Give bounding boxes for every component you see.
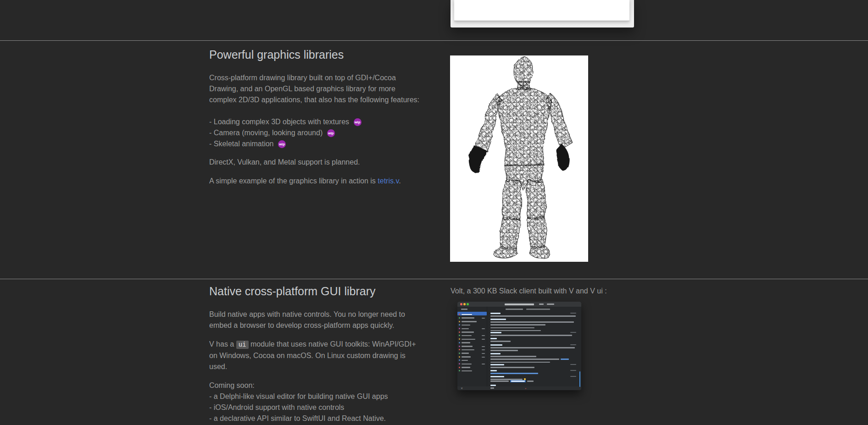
volt-ui-bar [462,353,469,354]
wip-badge: wip [278,140,286,148]
volt-ui-bar [524,378,526,380]
volt-ui-bar [482,357,485,358]
graphics-intro-paragraph: Cross-platform drawing library built on … [209,72,421,105]
gui-section-title: Native cross-platform GUI library [209,284,421,298]
volt-ui-bar [462,367,470,368]
coming-soon-item: - a Delphi-like visual editor for buildi… [209,392,388,400]
previous-screenshot-fragment [451,0,634,28]
volt-ui-bar [490,321,574,323]
graphics-section-title: Powerful graphics libraries [209,48,421,61]
volt-ui-bar [482,346,485,347]
section-divider-middle [0,279,868,279]
volt-ui-bar [459,370,460,371]
volt-ui-bar [570,364,576,365]
previous-screenshot-inner [454,0,629,21]
gui-p2: V has a ui module that uses native GUI t… [209,339,421,372]
coming-soon-item: - iOS/Android support with native contro… [209,403,344,411]
volt-ui-bar [490,373,538,374]
volt-ui-bar [490,338,497,339]
feature-text: - Camera (moving, looking around) [209,129,323,137]
volt-ui-bar [459,324,460,326]
volt-ui-bar [462,364,472,365]
ui-code-span: ui [236,341,249,349]
volt-ui-bar [539,304,544,305]
feature-item-textures: - Loading complex 3D objects with textur… [209,116,421,127]
volt-ui-bar [482,364,485,364]
volt-caption: Volt, a 300 KB Slack client built with V… [451,287,607,295]
page-root: Powerful graphics libraries Cross-platfo… [0,0,868,425]
volt-ui-bar [459,349,460,350]
volt-ui-bar [462,321,477,322]
volt-ui-bar [459,331,460,333]
volt-statusbar: ✕ ? + [457,386,581,390]
coming-soon-block: Coming soon: - a Delphi-like visual edit… [209,380,421,424]
graphics-demo-image [450,55,588,262]
section-divider-top [0,40,868,41]
volt-ui-bar [490,353,501,354]
close-icon [460,303,462,305]
wip-badge: wip [327,129,335,137]
volt-ui-bar [490,359,559,360]
volt-ui-bar [459,321,460,322]
volt-ui-bar [490,330,541,331]
volt-ui-bar [482,349,485,350]
volt-ui-bar [570,370,576,371]
volt-ui-bar [490,324,545,326]
graphics-example-paragraph: A simple example of the graphics library… [209,176,421,187]
gui-p2-prefix: V has a [209,340,236,348]
volt-ui-bar [490,376,504,377]
example-prefix: A simple example of the graphics library… [209,177,378,185]
graphics-feature-list: - Loading complex 3D objects with textur… [209,116,421,149]
volt-ui-bar [490,350,518,351]
gui-section-text: Native cross-platform GUI library Build … [209,284,421,424]
volt-ui-bar [459,328,460,329]
volt-ui-bar [490,364,504,365]
volt-ui-bar [561,359,569,360]
close-small-icon: ✕ [461,386,463,390]
gui-p1: Build native apps with native controls. … [209,309,421,331]
volt-ui-bar [462,349,474,351]
volt-ui-bar [547,304,554,305]
volt-ui-bar [490,347,575,348]
feature-item-camera: - Camera (moving, looking around) wip [209,127,421,138]
volt-ui-bar [490,332,501,333]
volt-ui-bar [482,318,485,319]
coming-soon-item: - a declarative API similar to SwiftUI a… [209,414,386,422]
coming-soon-label: Coming soon: [209,381,255,389]
volt-ui-bar [462,317,474,319]
volt-ui-bar [459,335,460,336]
volt-ui-bar [462,325,470,326]
volt-ui-bar [527,381,534,382]
volt-ui-bar [462,314,472,315]
graphics-section-text: Powerful graphics libraries Cross-platfo… [209,48,421,194]
volt-ui-bar [570,344,576,345]
volt-ui-bar [461,309,467,310]
feature-item-skeletal: - Skeletal animation wip [209,138,421,149]
volt-ui-bar [459,363,460,364]
volt-ui-bar [490,344,502,346]
volt-ui-bar [511,381,525,382]
volt-ui-bar [459,314,460,315]
volt-ui-bar [462,346,473,347]
volt-ui-bar [490,356,536,357]
volt-ui-bar [490,319,506,320]
volt-ui-bar [526,309,550,310]
volt-ui-bar [459,356,460,358]
volt-ui-bar [570,332,576,333]
volt-ui-bar [490,385,496,386]
example-suffix: . [399,177,401,185]
volt-ui-bar [462,328,469,330]
volt-ui-bar [490,367,534,368]
volt-ui-bar [570,376,576,377]
tetris-v-link[interactable]: tetris.v [378,177,399,185]
volt-ui-bar [462,360,468,361]
volt-ui-bar [459,346,460,347]
volt-ui-bar [490,335,572,336]
volt-ui-bar [459,367,460,368]
wip-badge: wip [354,118,362,126]
wireframe-model-graphic [450,55,588,262]
volt-ui-bar [579,371,581,387]
volt-ui-bar [462,370,472,372]
volt-ui-bar [462,331,474,333]
volt-ui-bar [459,317,460,319]
